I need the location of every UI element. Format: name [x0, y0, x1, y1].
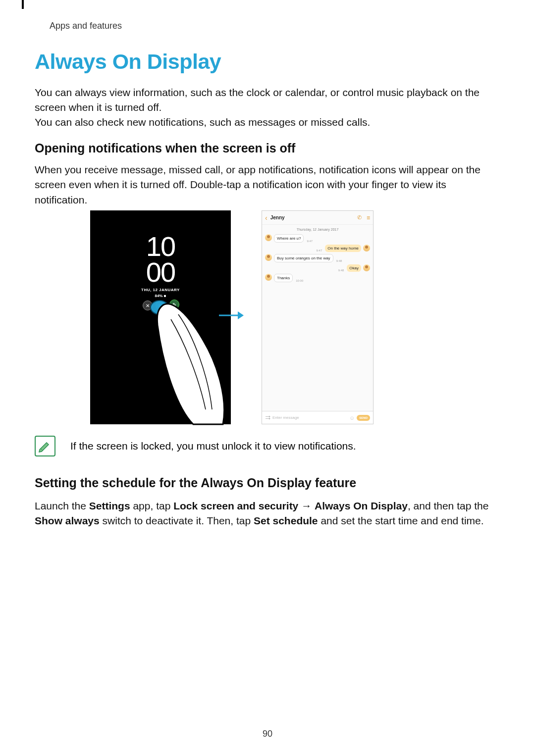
contact-name: Jenny: [270, 215, 354, 220]
pencil-icon: ✎: [169, 300, 179, 309]
intro-paragraph-2: You can also check new notifications, su…: [35, 115, 500, 130]
message-time: 9:47: [307, 240, 313, 243]
message-bubble-in: Buy some oranges on the way: [274, 254, 333, 262]
text-span: and set the start time and end time.: [318, 515, 484, 526]
message-bubble-out: On the way home: [325, 245, 361, 252]
page-title: Always On Display: [35, 50, 221, 74]
aod-screen: 10 00 THU, 12 JANUARY 84% ■ ✕ ✉ ✎: [90, 210, 231, 424]
missed-call-icon: ✕: [143, 301, 153, 310]
aod-minutes: 00: [90, 260, 231, 285]
messages-app-screen: ‹ Jenny ✆ ≡ Thursday, 12 January 2017 Wh…: [262, 210, 374, 424]
section-paragraph-schedule: Launch the Settings app, tap Lock screen…: [35, 499, 500, 529]
bold-showalways: Show always: [35, 515, 100, 526]
call-icon: ✆: [357, 214, 362, 221]
message-in-row: Thanks 10:00: [262, 273, 373, 283]
text-span: Launch the: [35, 500, 89, 511]
bold-alwayson: Always On Display: [315, 500, 408, 511]
arrow-right-icon: [218, 309, 244, 321]
text-span: app, tap: [130, 500, 174, 511]
note-text: If the screen is locked, you must unlock…: [70, 440, 356, 452]
section-heading-opening: Opening notifications when the screen is…: [35, 141, 295, 155]
page-crop-mark: [22, 0, 24, 9]
back-icon: ‹: [265, 214, 268, 222]
breadcrumb: Apps and features: [50, 21, 122, 31]
emoji-icon: ☺: [349, 415, 355, 421]
message-time: 9:47: [317, 249, 322, 252]
attach-icon: ⮆: [265, 415, 270, 421]
note-pencil-icon: [35, 436, 55, 456]
bold-settings: Settings: [89, 500, 130, 511]
message-input-bar: ⮆ Enter message ☺ SEND: [262, 411, 373, 424]
contact-avatar: [265, 234, 272, 241]
message-bubble-out: Okay: [347, 264, 361, 272]
message-out-row: 9:47 On the way home: [262, 244, 373, 253]
contact-avatar: [265, 254, 272, 261]
message-icon: ✉: [156, 301, 165, 310]
illustration-figure: 10 00 THU, 12 JANUARY 84% ■ ✕ ✉ ✎ ‹ Jenn…: [90, 210, 447, 424]
aod-hours: 10: [90, 234, 231, 259]
message-in-row: Buy some oranges on the way 9:48: [262, 253, 373, 263]
page-number: 90: [0, 729, 535, 739]
text-span: switch to deactivate it. Then, tap: [100, 515, 254, 526]
aod-battery: 84% ■: [90, 294, 231, 298]
message-input-placeholder: Enter message: [272, 415, 347, 420]
contact-avatar: [265, 274, 272, 281]
note-callout: If the screen is locked, you must unlock…: [35, 436, 356, 456]
bold-setschedule: Set schedule: [254, 515, 318, 526]
message-time: 10:00: [296, 279, 303, 282]
self-avatar: [363, 245, 370, 252]
message-bubble-in: Where are u?: [274, 234, 304, 243]
section-paragraph-opening: When you receive message, missed call, o…: [35, 162, 500, 207]
bold-lockscreen: Lock screen and security: [173, 500, 298, 511]
aod-notification-icons: ✕ ✉ ✎: [90, 301, 231, 310]
message-out-row: 9:48 Okay: [262, 263, 373, 273]
message-time: 9:48: [336, 259, 342, 262]
messages-header: ‹ Jenny ✆ ≡: [262, 211, 373, 225]
conversation-date: Thursday, 12 January 2017: [262, 225, 373, 233]
self-avatar: [363, 264, 370, 271]
text-span: , and then tap the: [408, 500, 488, 511]
text-span: →: [298, 500, 315, 511]
send-button: SEND: [357, 415, 370, 421]
intro-paragraph-1: You can always view information, such as…: [35, 85, 500, 115]
aod-date: THU, 12 JANUARY: [90, 288, 231, 292]
menu-icon: ≡: [367, 214, 370, 221]
svg-marker-2: [238, 311, 244, 319]
message-time: 9:48: [338, 269, 344, 272]
section-heading-schedule: Setting the schedule for the Always On D…: [35, 476, 356, 490]
message-bubble-in: Thanks: [274, 274, 293, 282]
message-in-row: Where are u? 9:47: [262, 233, 373, 244]
